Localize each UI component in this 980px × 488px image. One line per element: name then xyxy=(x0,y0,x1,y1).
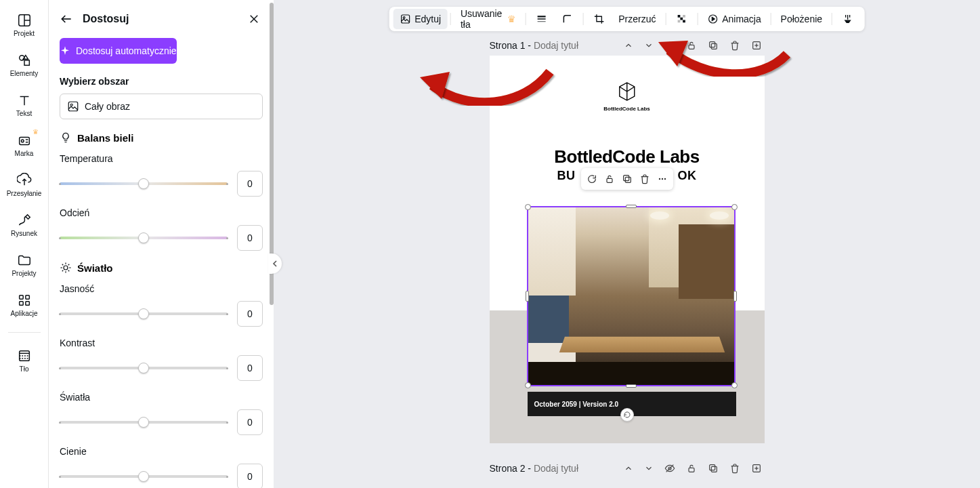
slider-thumb[interactable] xyxy=(138,232,149,243)
more-format-button[interactable] xyxy=(835,9,861,29)
rail-label: Projekty xyxy=(12,270,36,277)
rail-item-aplikacje[interactable]: Aplikacje xyxy=(0,289,48,320)
svg-rect-4 xyxy=(24,60,29,65)
resize-handle-right[interactable] xyxy=(733,291,737,302)
temperature-slider[interactable] xyxy=(60,182,228,185)
resize-handle-top[interactable] xyxy=(626,205,637,208)
corner-button[interactable] xyxy=(554,9,580,29)
highlights-label: Światła xyxy=(60,392,263,403)
shadows-value[interactable]: 0 xyxy=(237,464,263,488)
add-page-button[interactable] xyxy=(748,37,765,54)
left-navigation-rail: Projekt Elementy Tekst ♛ Marka Przesyłan… xyxy=(0,0,49,488)
rail-label: Projekt xyxy=(14,30,35,37)
rail-item-projekty[interactable]: Projekty xyxy=(0,249,48,280)
contrast-value[interactable]: 0 xyxy=(237,355,263,381)
contrast-label: Kontrast xyxy=(60,338,263,348)
line-weight-button[interactable] xyxy=(528,9,554,29)
delete-button[interactable] xyxy=(639,174,650,184)
hide-page-button[interactable] xyxy=(662,460,678,476)
tint-value[interactable]: 0 xyxy=(237,225,263,251)
back-button[interactable] xyxy=(57,9,76,28)
page1-canvas[interactable]: BottledCode Labs BottledCode Labs BUSINE… xyxy=(490,56,765,443)
slider-thumb[interactable] xyxy=(138,178,149,189)
resize-handle-tr[interactable] xyxy=(731,204,738,210)
page-down-button[interactable] xyxy=(641,461,656,476)
position-button[interactable]: Położenie xyxy=(774,9,830,29)
flip-button[interactable]: Przerzuć xyxy=(612,9,662,29)
rail-item-tlo[interactable]: Tło xyxy=(0,345,48,375)
resize-handle-left[interactable] xyxy=(526,291,529,302)
temperature-label: Temperatura xyxy=(60,153,263,164)
regenerate-button[interactable] xyxy=(587,174,597,184)
animation-button[interactable]: Animacja xyxy=(700,9,768,29)
document-main-title: BottledCode Labs xyxy=(490,146,765,167)
resize-handle-bl[interactable] xyxy=(525,382,531,388)
rail-item-tekst[interactable]: Tekst xyxy=(0,89,48,120)
rail-item-rysunek[interactable]: Rysunek xyxy=(0,209,48,240)
rail-item-projekt[interactable]: Projekt xyxy=(0,9,48,40)
edit-image-button[interactable]: Edytuj xyxy=(393,9,448,29)
temperature-row: Temperatura 0 xyxy=(49,153,274,197)
sun-icon xyxy=(60,262,72,274)
hide-page-button[interactable] xyxy=(662,37,678,54)
lock-button[interactable] xyxy=(604,174,615,184)
shapes-icon xyxy=(17,52,32,68)
page-down-button[interactable] xyxy=(641,38,656,53)
svg-rect-23 xyxy=(68,102,78,111)
svg-rect-34 xyxy=(401,15,409,23)
duplicate-button[interactable] xyxy=(622,174,633,184)
delete-page-button[interactable] xyxy=(727,37,743,54)
resize-handle-bottom[interactable] xyxy=(626,384,637,388)
lock-page-button[interactable] xyxy=(683,460,700,476)
svg-point-25 xyxy=(64,266,68,270)
highlights-slider[interactable] xyxy=(60,421,228,424)
resize-handle-br[interactable] xyxy=(731,382,738,388)
page1-label[interactable]: Strona 1 - Dodaj tytuł xyxy=(490,40,579,51)
rail-item-elementy[interactable]: Elementy xyxy=(0,49,48,80)
slider-thumb[interactable] xyxy=(138,308,149,319)
tint-slider[interactable] xyxy=(60,237,228,239)
resize-handle-tl[interactable] xyxy=(525,204,531,210)
shadows-slider[interactable] xyxy=(60,475,228,478)
crop-button[interactable] xyxy=(586,9,612,29)
area-select-dropdown[interactable]: Cały obraz xyxy=(60,94,263,119)
page2-label[interactable]: Strona 2 - Dodaj tytuł xyxy=(490,463,579,474)
auto-adjust-button[interactable]: Dostosuj automatycznie xyxy=(60,38,177,64)
contrast-slider[interactable] xyxy=(60,367,228,369)
add-page-button[interactable] xyxy=(748,460,765,476)
svg-line-31 xyxy=(68,270,70,272)
close-button[interactable] xyxy=(245,10,263,28)
rail-label: Rysunek xyxy=(11,230,37,237)
highlights-value[interactable]: 0 xyxy=(237,409,263,435)
brightness-slider[interactable] xyxy=(60,312,228,315)
svg-rect-43 xyxy=(683,20,685,23)
image-edit-icon xyxy=(400,14,410,24)
rail-item-przesylanie[interactable]: Przesyłanie xyxy=(0,169,48,200)
slider-thumb[interactable] xyxy=(138,471,149,482)
contrast-row: Kontrast 0 xyxy=(49,338,274,381)
svg-marker-45 xyxy=(712,17,715,20)
more-button[interactable] xyxy=(657,174,668,184)
page-up-button[interactable] xyxy=(621,461,636,476)
slider-thumb[interactable] xyxy=(138,363,149,373)
transparency-button[interactable] xyxy=(668,9,694,29)
page-up-button[interactable] xyxy=(621,38,636,53)
rotate-handle[interactable] xyxy=(620,408,634,422)
temperature-value[interactable]: 0 xyxy=(237,171,263,197)
remove-bg-button[interactable]: Usuwanie tła ♛ xyxy=(454,9,523,29)
rail-item-marka[interactable]: ♛ Marka xyxy=(0,129,48,160)
slider-thumb[interactable] xyxy=(138,417,149,428)
selected-image[interactable] xyxy=(527,206,736,386)
draw-icon xyxy=(17,212,32,228)
toolbar-separator xyxy=(771,13,771,25)
duplicate-page-button[interactable] xyxy=(705,37,721,54)
svg-rect-48 xyxy=(689,45,694,49)
toolbar-separator xyxy=(582,13,583,25)
lock-page-button[interactable] xyxy=(683,37,700,54)
duplicate-page-button[interactable] xyxy=(705,460,721,476)
delete-page-button[interactable] xyxy=(727,460,743,476)
svg-line-30 xyxy=(62,264,64,266)
panel-title: Dostosuj xyxy=(83,13,238,25)
brightness-value[interactable]: 0 xyxy=(237,301,263,327)
svg-rect-50 xyxy=(709,42,715,47)
